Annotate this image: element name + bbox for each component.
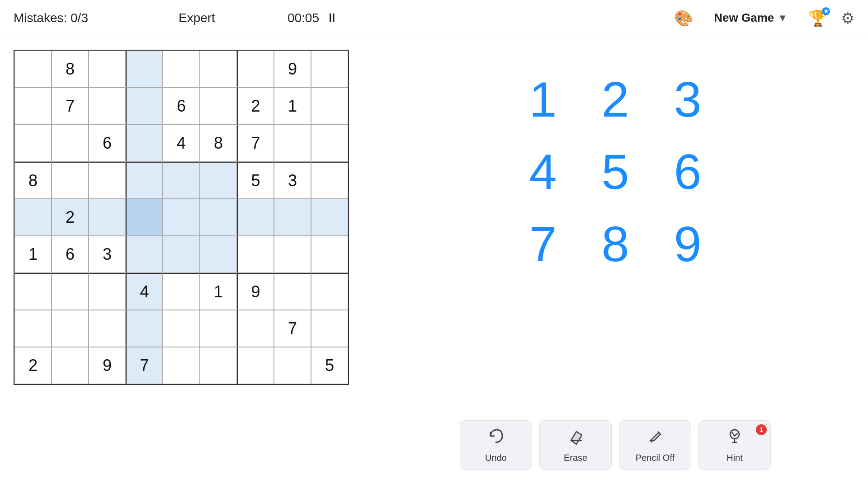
sudoku-cell[interactable]: 6 [163, 88, 200, 125]
sudoku-cell[interactable] [126, 125, 163, 162]
sudoku-cell[interactable]: 8 [52, 51, 89, 88]
sudoku-cell[interactable] [200, 236, 237, 273]
sudoku-cell[interactable]: 3 [89, 236, 126, 273]
sudoku-cell[interactable] [163, 347, 200, 384]
header-left: Mistakes: 0/3 Expert 00:05 ⏸ [14, 10, 674, 25]
sudoku-cell[interactable] [126, 236, 163, 273]
sudoku-cell[interactable] [89, 162, 126, 199]
sudoku-cell[interactable] [126, 51, 163, 88]
sudoku-cell[interactable] [163, 199, 200, 236]
sudoku-cell[interactable]: 7 [237, 125, 274, 162]
sudoku-cell[interactable] [126, 199, 163, 236]
pencil-button[interactable]: Pencil Off [619, 420, 691, 470]
sudoku-cell[interactable] [14, 88, 52, 125]
sudoku-cell[interactable] [311, 162, 348, 199]
sudoku-cell[interactable]: 2 [14, 347, 52, 384]
sudoku-cell[interactable] [14, 125, 52, 162]
sudoku-cell[interactable] [52, 125, 89, 162]
sudoku-cell[interactable]: 9 [274, 51, 311, 88]
sudoku-cell[interactable] [237, 236, 274, 273]
sudoku-cell[interactable]: 3 [274, 162, 311, 199]
sudoku-cell[interactable] [311, 310, 348, 347]
num-button-7[interactable]: 7 [507, 208, 579, 280]
sudoku-cell[interactable]: 6 [52, 236, 89, 273]
sudoku-cell[interactable] [89, 88, 126, 125]
sudoku-cell[interactable]: 5 [311, 347, 348, 384]
hint-button[interactable]: Hint1 [698, 420, 771, 470]
sudoku-cell[interactable] [200, 88, 237, 125]
sudoku-cell[interactable]: 4 [163, 125, 200, 162]
trophy-button[interactable]: 🏆 ★ [808, 9, 827, 27]
num-button-8[interactable]: 8 [579, 208, 651, 280]
undo-button[interactable]: Undo [460, 420, 532, 470]
num-button-4[interactable]: 4 [507, 136, 579, 208]
sudoku-cell[interactable] [163, 273, 200, 310]
sudoku-cell[interactable] [311, 236, 348, 273]
sudoku-cell[interactable]: 9 [237, 273, 274, 310]
sudoku-cell[interactable] [163, 310, 200, 347]
sudoku-cell[interactable] [274, 273, 311, 310]
sudoku-cell[interactable] [200, 199, 237, 236]
sudoku-cell[interactable]: 9 [89, 347, 126, 384]
palette-button[interactable]: 🎨 [674, 9, 693, 27]
sudoku-cell[interactable] [14, 199, 52, 236]
sudoku-cell[interactable] [89, 51, 126, 88]
sudoku-cell[interactable] [200, 347, 237, 384]
num-button-2[interactable]: 2 [579, 63, 651, 136]
sudoku-cell[interactable]: 7 [274, 310, 311, 347]
num-button-6[interactable]: 6 [651, 136, 724, 208]
sudoku-cell[interactable] [163, 236, 200, 273]
num-button-9[interactable]: 9 [651, 208, 724, 280]
sudoku-cell[interactable] [274, 199, 311, 236]
num-button-5[interactable]: 5 [579, 136, 651, 208]
sudoku-cell[interactable] [237, 310, 274, 347]
sudoku-cell[interactable] [14, 273, 52, 310]
sudoku-cell[interactable]: 1 [274, 88, 311, 125]
sudoku-cell[interactable] [311, 125, 348, 162]
sudoku-cell[interactable]: 2 [52, 199, 89, 236]
sudoku-cell[interactable] [311, 88, 348, 125]
sudoku-cell[interactable] [52, 273, 89, 310]
new-game-button[interactable]: New Game ▼ [707, 7, 795, 28]
sudoku-cell[interactable] [237, 347, 274, 384]
num-button-3[interactable]: 3 [651, 63, 724, 136]
sudoku-cell[interactable]: 5 [237, 162, 274, 199]
sudoku-cell[interactable] [311, 273, 348, 310]
sudoku-cell[interactable]: 8 [14, 162, 52, 199]
sudoku-cell[interactable] [89, 273, 126, 310]
sudoku-cell[interactable]: 8 [200, 125, 237, 162]
sudoku-cell[interactable]: 1 [14, 236, 52, 273]
sudoku-cell[interactable] [274, 125, 311, 162]
num-button-1[interactable]: 1 [507, 63, 579, 136]
sudoku-cell[interactable] [274, 236, 311, 273]
sudoku-cell[interactable] [311, 51, 348, 88]
sudoku-cell[interactable] [200, 310, 237, 347]
sudoku-cell[interactable]: 7 [52, 88, 89, 125]
settings-button[interactable]: ⚙ [841, 9, 854, 27]
sudoku-cell[interactable] [237, 199, 274, 236]
sudoku-cell[interactable] [126, 162, 163, 199]
sudoku-cell[interactable] [311, 199, 348, 236]
sudoku-cell[interactable]: 2 [237, 88, 274, 125]
sudoku-cell[interactable] [237, 51, 274, 88]
sudoku-cell[interactable] [52, 162, 89, 199]
pause-icon[interactable]: ⏸ [326, 10, 338, 25]
sudoku-cell[interactable] [274, 347, 311, 384]
sudoku-cell[interactable]: 1 [200, 273, 237, 310]
sudoku-cell[interactable]: 7 [126, 347, 163, 384]
sudoku-cell[interactable] [126, 88, 163, 125]
sudoku-cell[interactable]: 4 [126, 273, 163, 310]
sudoku-cell[interactable] [163, 51, 200, 88]
sudoku-cell[interactable] [52, 347, 89, 384]
sudoku-cell[interactable] [14, 51, 52, 88]
sudoku-cell[interactable] [126, 310, 163, 347]
sudoku-cell[interactable] [163, 162, 200, 199]
sudoku-cell[interactable] [89, 310, 126, 347]
sudoku-cell[interactable] [200, 51, 237, 88]
erase-button[interactable]: Erase [539, 420, 612, 470]
sudoku-cell[interactable] [14, 310, 52, 347]
sudoku-cell[interactable]: 6 [89, 125, 126, 162]
sudoku-cell[interactable] [200, 162, 237, 199]
sudoku-cell[interactable] [89, 199, 126, 236]
sudoku-cell[interactable] [52, 310, 89, 347]
